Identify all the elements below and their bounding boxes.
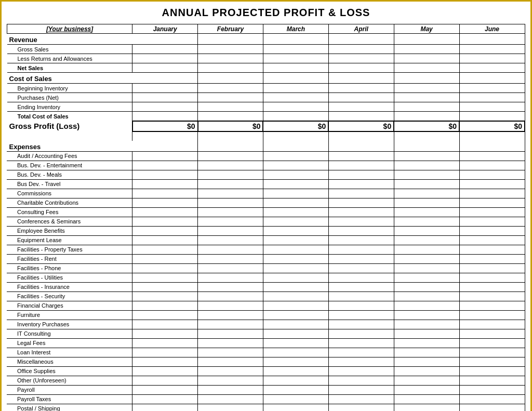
less-returns-feb[interactable] bbox=[198, 54, 263, 63]
expense-21-col-0[interactable] bbox=[132, 348, 198, 357]
expense-26-col-5[interactable] bbox=[460, 394, 525, 404]
expense-6-col-0[interactable] bbox=[132, 207, 198, 217]
net-sales-may[interactable] bbox=[394, 63, 459, 73]
expense-6-col-3[interactable] bbox=[329, 207, 394, 217]
expense-11-col-1[interactable] bbox=[198, 254, 263, 263]
expense-13-col-3[interactable] bbox=[329, 273, 394, 282]
beginning-inventory-may[interactable] bbox=[394, 84, 459, 93]
expense-20-col-5[interactable] bbox=[460, 338, 525, 348]
expense-22-col-4[interactable] bbox=[394, 357, 460, 366]
expense-8-col-2[interactable] bbox=[263, 226, 329, 235]
expense-12-col-2[interactable] bbox=[263, 263, 329, 273]
expense-24-col-0[interactable] bbox=[132, 376, 198, 385]
expense-2-col-0[interactable] bbox=[132, 170, 198, 179]
expense-2-col-3[interactable] bbox=[329, 170, 394, 179]
expense-0-col-3[interactable] bbox=[329, 151, 394, 161]
expense-18-col-4[interactable] bbox=[394, 320, 460, 329]
expense-4-col-4[interactable] bbox=[394, 189, 460, 198]
expense-25-col-0[interactable] bbox=[132, 385, 198, 394]
expense-6-col-2[interactable] bbox=[263, 207, 329, 217]
expense-14-col-3[interactable] bbox=[329, 282, 394, 291]
expense-1-col-2[interactable] bbox=[263, 161, 329, 170]
total-cos-jan[interactable] bbox=[132, 112, 198, 121]
purchases-mar[interactable] bbox=[263, 93, 328, 102]
expense-11-col-0[interactable] bbox=[132, 254, 198, 263]
expense-1-col-1[interactable] bbox=[198, 161, 263, 170]
gross-profit-mar[interactable]: $0 bbox=[263, 121, 328, 131]
gross-profit-jun[interactable]: $0 bbox=[459, 121, 525, 131]
expense-3-col-0[interactable] bbox=[132, 179, 198, 189]
beginning-inventory-jan[interactable] bbox=[132, 84, 198, 93]
expense-21-col-3[interactable] bbox=[329, 348, 394, 357]
expense-1-col-0[interactable] bbox=[132, 161, 198, 170]
expense-23-col-1[interactable] bbox=[198, 366, 263, 376]
expense-18-col-2[interactable] bbox=[263, 320, 329, 329]
expense-26-col-4[interactable] bbox=[394, 394, 460, 404]
expense-25-col-4[interactable] bbox=[394, 385, 460, 394]
expense-15-col-4[interactable] bbox=[394, 291, 460, 301]
expense-17-col-2[interactable] bbox=[263, 310, 329, 320]
expense-24-col-4[interactable] bbox=[394, 376, 460, 385]
gross-profit-feb[interactable]: $0 bbox=[198, 121, 263, 131]
expense-3-col-2[interactable] bbox=[263, 179, 329, 189]
expense-27-col-4[interactable] bbox=[394, 404, 460, 411]
expense-19-col-1[interactable] bbox=[198, 329, 263, 338]
purchases-may[interactable] bbox=[394, 93, 459, 102]
expense-13-col-4[interactable] bbox=[394, 273, 460, 282]
expense-5-col-5[interactable] bbox=[460, 198, 525, 207]
expense-3-col-5[interactable] bbox=[460, 179, 525, 189]
expense-12-col-1[interactable] bbox=[198, 263, 263, 273]
expense-3-col-1[interactable] bbox=[198, 179, 263, 189]
expense-8-col-0[interactable] bbox=[132, 226, 198, 235]
expense-5-col-0[interactable] bbox=[132, 198, 198, 207]
expense-7-col-0[interactable] bbox=[132, 217, 198, 226]
expense-7-col-3[interactable] bbox=[329, 217, 394, 226]
expense-0-col-1[interactable] bbox=[198, 151, 263, 161]
expense-4-col-5[interactable] bbox=[460, 189, 525, 198]
expense-16-col-1[interactable] bbox=[198, 301, 263, 310]
expense-0-col-4[interactable] bbox=[394, 151, 460, 161]
expense-15-col-5[interactable] bbox=[460, 291, 525, 301]
expense-23-col-5[interactable] bbox=[460, 366, 525, 376]
expense-17-col-1[interactable] bbox=[198, 310, 263, 320]
expense-22-col-0[interactable] bbox=[132, 357, 198, 366]
expense-0-col-2[interactable] bbox=[263, 151, 329, 161]
expense-6-col-1[interactable] bbox=[198, 207, 263, 217]
expense-6-col-4[interactable] bbox=[394, 207, 460, 217]
expense-13-col-0[interactable] bbox=[132, 273, 198, 282]
expense-15-col-2[interactable] bbox=[263, 291, 329, 301]
expense-3-col-4[interactable] bbox=[394, 179, 460, 189]
expense-20-col-3[interactable] bbox=[329, 338, 394, 348]
expense-25-col-2[interactable] bbox=[263, 385, 329, 394]
expense-21-col-5[interactable] bbox=[460, 348, 525, 357]
expense-4-col-0[interactable] bbox=[132, 189, 198, 198]
expense-19-col-4[interactable] bbox=[394, 329, 460, 338]
less-returns-jun[interactable] bbox=[459, 54, 525, 63]
expense-23-col-3[interactable] bbox=[329, 366, 394, 376]
ending-inventory-jun[interactable] bbox=[459, 102, 525, 112]
expense-21-col-4[interactable] bbox=[394, 348, 460, 357]
expense-5-col-4[interactable] bbox=[394, 198, 460, 207]
expense-9-col-3[interactable] bbox=[329, 235, 394, 245]
expense-13-col-1[interactable] bbox=[198, 273, 263, 282]
expense-10-col-1[interactable] bbox=[198, 245, 263, 254]
ending-inventory-may[interactable] bbox=[394, 102, 459, 112]
expense-23-col-2[interactable] bbox=[263, 366, 329, 376]
less-returns-may[interactable] bbox=[394, 54, 459, 63]
expense-20-col-0[interactable] bbox=[132, 338, 198, 348]
expense-17-col-3[interactable] bbox=[329, 310, 394, 320]
gross-sales-jan[interactable] bbox=[132, 45, 198, 54]
expense-16-col-4[interactable] bbox=[394, 301, 460, 310]
expense-22-col-1[interactable] bbox=[198, 357, 263, 366]
expense-2-col-1[interactable] bbox=[198, 170, 263, 179]
expense-9-col-1[interactable] bbox=[198, 235, 263, 245]
expense-17-col-4[interactable] bbox=[394, 310, 460, 320]
expense-11-col-2[interactable] bbox=[263, 254, 329, 263]
expense-14-col-1[interactable] bbox=[198, 282, 263, 291]
expense-9-col-2[interactable] bbox=[263, 235, 329, 245]
expense-26-col-3[interactable] bbox=[329, 394, 394, 404]
expense-26-col-2[interactable] bbox=[263, 394, 329, 404]
total-cos-may[interactable] bbox=[394, 112, 459, 121]
expense-4-col-1[interactable] bbox=[198, 189, 263, 198]
expense-16-col-0[interactable] bbox=[132, 301, 198, 310]
